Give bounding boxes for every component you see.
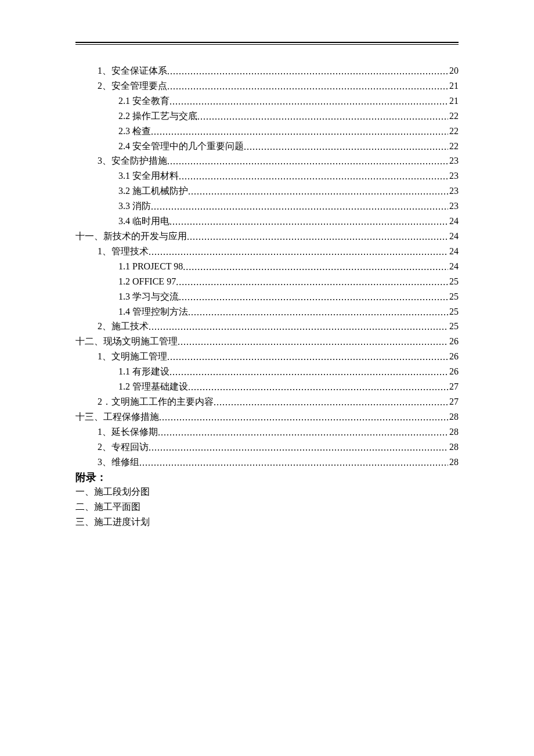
toc-leader-dots — [179, 169, 448, 183]
toc-entry: 1.4 管理控制方法25 — [75, 304, 459, 319]
toc-entry: 十二、现场文明施工管理26 — [75, 334, 459, 349]
toc-entry-title: 1.1 有形建设 — [118, 364, 169, 379]
toc-entry-title: 3.2 施工机械防护 — [118, 183, 188, 199]
header-rule — [75, 42, 459, 45]
toc-leader-dots — [158, 425, 448, 440]
appendix-list: 一、施工段划分图二、施工平面图三、施工进度计划 — [75, 484, 459, 529]
toc-entry-title: 1.2 OFFICE 97 — [118, 274, 176, 289]
toc-entry-title: 3、维修组 — [98, 455, 139, 470]
toc-leader-dots — [149, 440, 448, 455]
toc-entry-title: 3.4 临时用电 — [118, 214, 169, 229]
toc-entry-title: 2、专程回访 — [98, 440, 149, 455]
toc-leader-dots — [188, 380, 448, 394]
toc-entry: 2、专程回访28 — [75, 440, 459, 455]
toc-leader-dots — [197, 109, 448, 124]
toc-entry-page: 24 — [448, 259, 459, 274]
toc-entry-page: 23 — [448, 168, 459, 183]
toc-entry-page: 24 — [448, 244, 459, 259]
toc-entry: 3.3 消防23 — [75, 199, 459, 214]
toc-entry: 1.3 学习与交流25 — [75, 289, 459, 304]
toc-entry: 2.1 安全教育21 — [75, 93, 459, 109]
toc-leader-dots — [176, 275, 448, 289]
toc-entry-page: 26 — [448, 334, 459, 349]
toc-entry-title: 2.4 安全管理中的几个重要问题 — [118, 139, 244, 154]
toc-entry: 3.2 施工机械防护23 — [75, 183, 459, 199]
toc-entry-page: 20 — [448, 63, 459, 78]
toc-entry-page: 22 — [448, 139, 459, 154]
toc-entry-page: 27 — [448, 379, 459, 394]
toc-entry: 1、文明施工管理26 — [75, 349, 459, 364]
toc-entry-title: 十三、工程保修措施 — [75, 409, 159, 424]
toc-entry: 3.4 临时用电24 — [75, 214, 459, 229]
toc-entry-page: 21 — [448, 93, 459, 109]
toc-entry: 十三、工程保修措施28 — [75, 409, 459, 424]
toc-entry-title: 3.1 安全用材料 — [118, 168, 179, 183]
toc-leader-dots — [188, 184, 448, 199]
toc-entry-page: 28 — [448, 409, 459, 424]
toc-entry: 2．文明施工工作的主要内容27 — [75, 394, 459, 409]
toc-entry-title: 3、安全防护措施 — [98, 153, 167, 168]
toc-entry: 1.2 OFFICE 9725 — [75, 274, 459, 289]
toc-entry-page: 21 — [448, 78, 459, 93]
toc-entry-title: 3.3 消防 — [118, 199, 151, 214]
toc-entry-title: 1.1 PROJECT 98 — [118, 259, 183, 274]
toc-entry: 3.1 安全用材料23 — [75, 168, 459, 183]
toc-leader-dots — [149, 244, 448, 259]
toc-entry-title: 2、安全管理要点 — [98, 78, 167, 93]
toc-entry-page: 22 — [448, 109, 459, 124]
toc-entry-page: 22 — [448, 124, 459, 139]
toc-entry: 1.1 PROJECT 9824 — [75, 259, 459, 274]
toc-entry-page: 26 — [448, 349, 459, 364]
toc-entry: 1、延长保修期28 — [75, 424, 459, 440]
toc-entry: 1.1 有形建设26 — [75, 364, 459, 379]
toc-entry-title: 1、管理技术 — [98, 244, 149, 259]
toc-entry-title: 2．文明施工工作的主要内容 — [98, 394, 214, 409]
toc-entry-page: 23 — [448, 199, 459, 214]
toc-entry: 3、安全防护措施23 — [75, 153, 459, 168]
toc-entry: 3、维修组28 — [75, 455, 459, 470]
toc-leader-dots — [139, 455, 448, 470]
table-of-contents: 1、安全保证体系202、安全管理要点212.1 安全教育212.2 操作工艺与交… — [75, 63, 459, 469]
toc-entry-page: 23 — [448, 153, 459, 168]
toc-entry-page: 25 — [448, 319, 459, 334]
toc-entry: 2.2 操作工艺与交底22 — [75, 109, 459, 124]
toc-entry-page: 28 — [448, 455, 459, 470]
toc-entry: 2.4 安全管理中的几个重要问题22 — [75, 139, 459, 154]
toc-entry: 1、安全保证体系20 — [75, 63, 459, 78]
toc-entry-page: 26 — [448, 364, 459, 379]
toc-entry-page: 23 — [448, 183, 459, 199]
toc-entry-page: 27 — [448, 394, 459, 409]
toc-entry-title: 1.3 学习与交流 — [118, 289, 179, 304]
toc-entry-title: 2.1 安全教育 — [118, 93, 169, 109]
toc-entry: 2、安全管理要点21 — [75, 78, 459, 93]
toc-leader-dots — [167, 79, 448, 93]
toc-leader-dots — [187, 229, 448, 244]
toc-entry-page: 25 — [448, 289, 459, 304]
toc-entry-title: 2、施工技术 — [98, 319, 149, 334]
toc-leader-dots — [159, 410, 448, 424]
toc-leader-dots — [149, 319, 448, 334]
appendix-heading: 附录： — [75, 470, 459, 484]
toc-entry-title: 1.4 管理控制方法 — [118, 304, 188, 319]
toc-entry-page: 25 — [448, 304, 459, 319]
appendix-item: 三、施工进度计划 — [75, 514, 459, 530]
toc-entry-page: 28 — [448, 440, 459, 455]
toc-leader-dots — [167, 64, 448, 78]
toc-entry-title: 十一、新技术的开发与应用 — [75, 229, 187, 244]
toc-leader-dots — [214, 395, 448, 409]
toc-entry-title: 1、延长保修期 — [98, 424, 158, 440]
toc-entry-title: 1、安全保证体系 — [98, 63, 167, 78]
toc-entry-page: 25 — [448, 274, 459, 289]
toc-entry: 1、管理技术24 — [75, 244, 459, 259]
toc-leader-dots — [169, 94, 448, 109]
appendix-item: 一、施工段划分图 — [75, 484, 459, 499]
toc-leader-dots — [244, 139, 448, 154]
toc-entry: 十一、新技术的开发与应用24 — [75, 229, 459, 244]
toc-leader-dots — [169, 214, 448, 229]
toc-leader-dots — [167, 154, 448, 168]
toc-leader-dots — [151, 124, 448, 139]
toc-leader-dots — [151, 199, 448, 214]
toc-leader-dots — [179, 290, 448, 304]
toc-entry: 2.3 检查22 — [75, 124, 459, 139]
toc-entry-page: 24 — [448, 214, 459, 229]
